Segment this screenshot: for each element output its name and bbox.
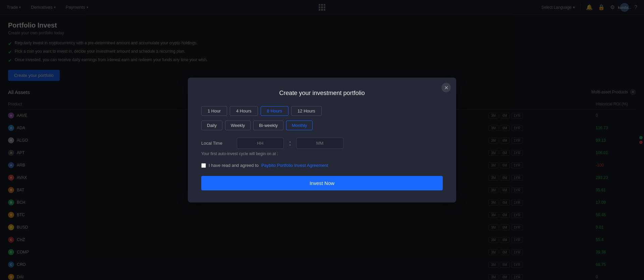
modal-close-button[interactable]: ✕ (441, 83, 451, 92)
period-tab-weekly[interactable]: Weekly (225, 121, 251, 130)
hour-input[interactable] (237, 138, 284, 149)
hour-btn-8h[interactable]: 8 Hours (261, 106, 289, 116)
period-tab-biweekly[interactable]: Bi-weekly (253, 121, 283, 130)
hour-btn-1h[interactable]: 1 Hour (201, 106, 227, 116)
agreement-row: I have read and agreed to Paybito Portfo… (201, 163, 443, 168)
local-time-row: Local Time : (201, 138, 443, 149)
period-tabs-group: Daily Weekly Bi-weekly Monthly (201, 121, 443, 130)
local-time-label: Local Time (201, 141, 231, 146)
hour-buttons-group: 1 Hour 4 Hours 8 Hours 12 Hours (201, 106, 443, 116)
period-tab-daily[interactable]: Daily (201, 121, 222, 130)
period-tab-monthly[interactable]: Monthly (286, 121, 313, 130)
cycle-info-text: Your first auto-invest cycle will begin … (201, 151, 443, 156)
minute-input[interactable] (297, 138, 343, 149)
agreement-checkbox[interactable] (201, 163, 206, 168)
invest-now-button[interactable]: Invest Now (201, 176, 443, 190)
agreement-link[interactable]: Paybito Portfolio Invest Agreement (261, 163, 328, 168)
modal-overlay: ✕ Create your investment portfolio 1 Hou… (0, 0, 644, 280)
modal-title: Create your investment portfolio (201, 90, 443, 97)
agreement-label: I have read and agreed to (209, 163, 259, 168)
time-colon: : (289, 139, 291, 147)
hour-btn-4h[interactable]: 4 Hours (230, 106, 258, 116)
hour-btn-12h[interactable]: 12 Hours (291, 106, 322, 116)
modal: ✕ Create your investment portfolio 1 Hou… (188, 78, 456, 202)
